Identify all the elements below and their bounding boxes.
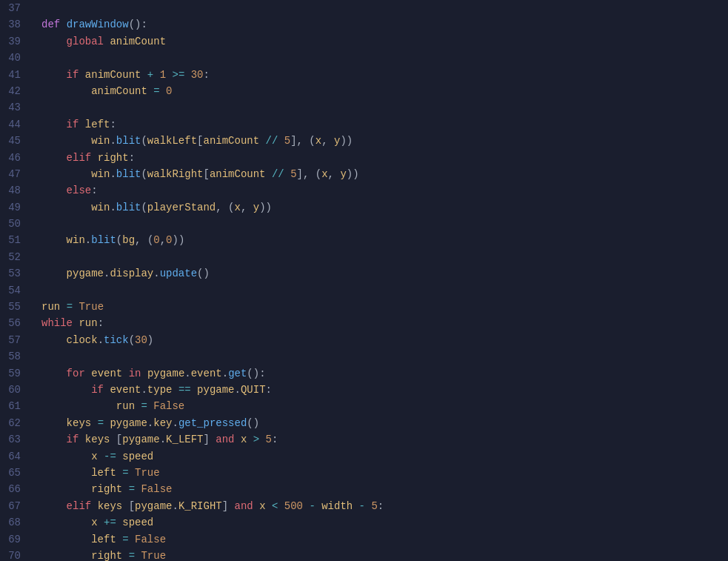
code-line-63: if keys [pygame.K_LEFT] and x > 5: [41,431,728,448]
code-line-43 [41,99,728,116]
code-line-50 [41,216,728,232]
code-line-60: if event.type == pygame.QUIT: [41,382,728,398]
code-line-66: right = False [41,481,728,497]
code-line-46: elif right: [41,150,728,166]
code-line-47: win.blit(walkRight[animCount // 5], (x, … [41,166,728,182]
code-line-41: if animCount + 1 >= 30: [41,67,728,83]
code-editor: 37 38 39 40 41 42 43 44 45 46 47 48 49 5… [0,0,728,561]
code-line-39: global animCount [41,33,728,50]
code-line-38: def drawWindow(): [41,16,728,33]
code-line-54 [41,282,728,299]
code-line-56: while run: [41,315,728,331]
code-line-44: if left: [41,116,728,133]
code-line-62: keys = pygame.key.get_pressed() [41,415,728,431]
code-line-53: pygame.display.update() [41,265,728,282]
code-lines: def drawWindow(): global animCount if an… [30,0,728,561]
code-line-57: clock.tick(30) [41,332,728,348]
code-line-37 [41,0,728,16]
code-line-70: right = True [41,548,728,561]
code-line-52 [41,249,728,265]
code-line-68: x += speed [41,514,728,531]
code-line-45: win.blit(walkLeft[animCount // 5], (x, y… [41,133,728,149]
code-line-51: win.blit(bg, (0,0)) [41,232,728,248]
code-line-65: left = True [41,465,728,481]
code-line-67: elif keys [pygame.K_RIGHT] and x < 500 -… [41,498,728,514]
code-line-61: run = False [41,398,728,414]
code-line-64: x -= speed [41,448,728,465]
code-line-58 [41,348,728,365]
code-line-48: else: [41,182,728,199]
code-line-49: win.blit(playerStand, (x, y)) [41,199,728,216]
code-line-55: run = True [41,299,728,315]
code-line-69: left = False [41,531,728,548]
code-line-59: for event in pygame.event.get(): [41,365,728,382]
line-numbers: 37 38 39 40 41 42 43 44 45 46 47 48 49 5… [0,0,30,561]
code-line-42: animCount = 0 [41,83,728,99]
code-line-40 [41,50,728,66]
